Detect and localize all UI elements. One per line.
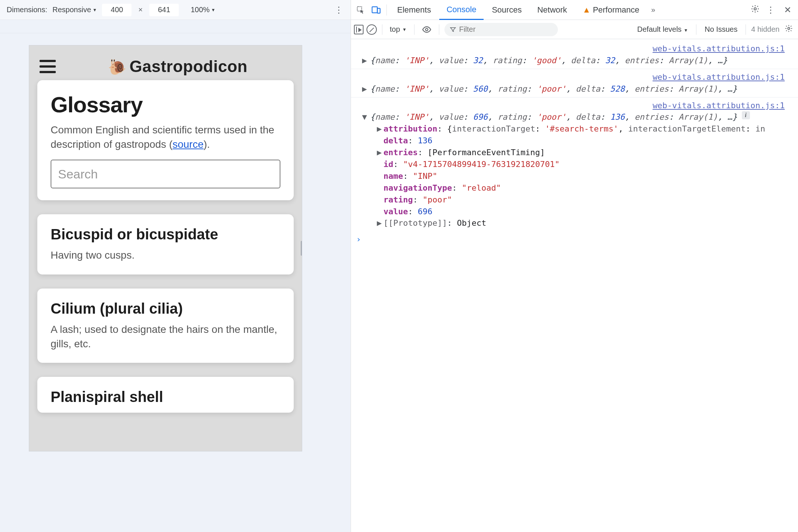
tab-network[interactable]: Network (530, 0, 574, 20)
object-property[interactable]: delta: 136 (362, 135, 794, 147)
tab-console[interactable]: Console (439, 0, 484, 20)
chevron-down-icon: ▼ (211, 7, 215, 13)
term-body: A lash; used to designate the hairs on t… (51, 322, 280, 351)
close-icon[interactable]: ✕ (780, 5, 796, 15)
resize-handle-right[interactable] (299, 238, 302, 259)
console-sidebar-toggle-icon[interactable] (354, 25, 364, 34)
zoom-value: 100% (191, 6, 209, 14)
zoom-picker[interactable]: 100% ▼ (191, 6, 215, 14)
object-property[interactable]: ▶attribution: {interactionTarget: '#sear… (362, 123, 794, 135)
console-message: web-vitals.attribution.js:1▶{name: 'INP'… (351, 41, 798, 69)
search-input[interactable] (51, 160, 280, 188)
svg-point-3 (754, 8, 756, 10)
height-input[interactable] (149, 4, 179, 16)
devtools-tabs: Elements Console Sources Network ▲Perfor… (351, 0, 798, 20)
app-root: 🐌Gastropodicon Glossary Common English a… (29, 45, 302, 451)
page-title: Glossary (51, 92, 280, 117)
device-name: Responsive (52, 6, 91, 14)
console-prompt[interactable]: › (351, 231, 798, 248)
clear-console-icon[interactable] (366, 24, 377, 35)
settings-icon[interactable] (748, 4, 762, 16)
object-property[interactable]: value: 696 (362, 206, 794, 218)
term-card: Cilium (plural cilia) A lash; used to de… (37, 289, 294, 363)
chevron-down-icon: ▼ (93, 7, 97, 13)
console-settings-icon[interactable] (782, 24, 795, 34)
expand-toggle-icon[interactable]: ▶ (362, 55, 369, 66)
expand-toggle-icon[interactable]: ▶ (377, 123, 383, 135)
source-link[interactable]: web-vitals.attribution.js:1 (652, 44, 785, 53)
width-input[interactable] (102, 4, 132, 16)
source-link[interactable]: web-vitals.attribution.js:1 (652, 101, 785, 110)
device-picker[interactable]: Responsive ▼ (52, 6, 97, 14)
hidden-count: 4 hidden (751, 25, 780, 34)
console-message: web-vitals.attribution.js:1▶{name: 'INP'… (351, 69, 798, 97)
term-title: Cilium (plural cilia) (51, 300, 280, 317)
inspect-icon[interactable] (353, 3, 368, 17)
device-mode-icon[interactable] (369, 3, 383, 17)
tab-sources[interactable]: Sources (484, 0, 529, 20)
source-link[interactable]: source (173, 139, 204, 150)
rulers (0, 20, 351, 33)
term-title: Bicuspid or bicuspidate (51, 226, 280, 243)
context-picker[interactable]: top▼ (388, 25, 409, 34)
info-icon[interactable]: i (742, 111, 750, 119)
log-levels-picker[interactable]: Default levels ▼ (634, 25, 691, 34)
expand-toggle-icon[interactable]: ▶ (377, 217, 383, 229)
times-icon: × (137, 6, 144, 14)
viewport-surface: 🐌Gastropodicon Glossary Common English a… (0, 33, 351, 532)
expand-toggle-icon[interactable]: ▶ (377, 147, 383, 158)
filter-wrap[interactable] (444, 23, 558, 36)
chevron-down-icon: ▼ (683, 28, 688, 33)
term-card: Bicuspid or bicuspidate Having two cusps… (37, 214, 294, 274)
log-object[interactable]: {name: 'INP', value: 32, rating: 'good',… (370, 55, 727, 66)
warning-icon: ▲ (583, 5, 591, 15)
object-property[interactable]: name: "INP" (362, 170, 794, 182)
term-body: Having two cusps. (51, 248, 280, 262)
object-property[interactable]: ▶[[Prototype]]: Object (362, 217, 794, 229)
hamburger-icon[interactable] (40, 60, 56, 73)
term-title: Planispiral shell (51, 389, 280, 405)
console-toolbar: top▼ Default levels ▼ No Issues 4 hidden (351, 20, 798, 39)
device-menu-icon[interactable]: ⋮ (331, 5, 346, 15)
page-intro: Common English and scientific terms used… (51, 123, 280, 151)
issues-link[interactable]: No Issues (702, 25, 740, 34)
svg-rect-1 (372, 7, 377, 13)
live-expression-icon[interactable] (420, 25, 434, 34)
devtools-menu-icon[interactable]: ⋮ (763, 5, 779, 15)
more-tabs-icon[interactable]: » (648, 6, 659, 14)
resize-handle-corner[interactable] (300, 450, 302, 451)
device-frame[interactable]: 🐌Gastropodicon Glossary Common English a… (29, 45, 302, 451)
intro-card: Glossary Common English and scientific t… (37, 80, 294, 200)
svg-rect-2 (377, 8, 380, 13)
console-message: web-vitals.attribution.js:1▼{name: 'INP'… (351, 97, 798, 232)
chevron-down-icon: ▼ (402, 27, 407, 32)
log-object[interactable]: {name: 'INP', value: 696, rating: 'poor'… (370, 111, 737, 123)
expand-toggle-icon[interactable]: ▼ (362, 111, 369, 123)
dimensions-label: Dimensions: (4, 6, 47, 14)
svg-point-4 (425, 28, 428, 31)
tab-performance[interactable]: ▲Performance (575, 0, 647, 20)
snail-icon: 🐌 (108, 59, 127, 75)
expand-toggle-icon[interactable]: ▶ (362, 83, 369, 95)
object-property[interactable]: navigationType: "reload" (362, 182, 794, 194)
filter-input[interactable] (459, 25, 553, 34)
object-property[interactable]: id: "v4-1715704899419-7631921820701" (362, 158, 794, 170)
term-card: Planispiral shell (37, 377, 294, 413)
device-toolbar: Dimensions: Responsive ▼ × 100% ▼ ⋮ (0, 0, 351, 20)
brand-title: 🐌Gastropodicon (64, 57, 291, 76)
source-link[interactable]: web-vitals.attribution.js:1 (652, 72, 785, 82)
console-body[interactable]: web-vitals.attribution.js:1▶{name: 'INP'… (351, 39, 798, 532)
object-property[interactable]: ▶entries: [PerformanceEventTiming] (362, 147, 794, 158)
splitter[interactable] (349, 33, 351, 532)
log-object[interactable]: {name: 'INP', value: 560, rating: 'poor'… (370, 83, 737, 95)
filter-icon (450, 26, 456, 33)
tab-elements[interactable]: Elements (390, 0, 439, 20)
object-property[interactable]: rating: "poor" (362, 194, 794, 206)
svg-point-5 (788, 27, 790, 30)
